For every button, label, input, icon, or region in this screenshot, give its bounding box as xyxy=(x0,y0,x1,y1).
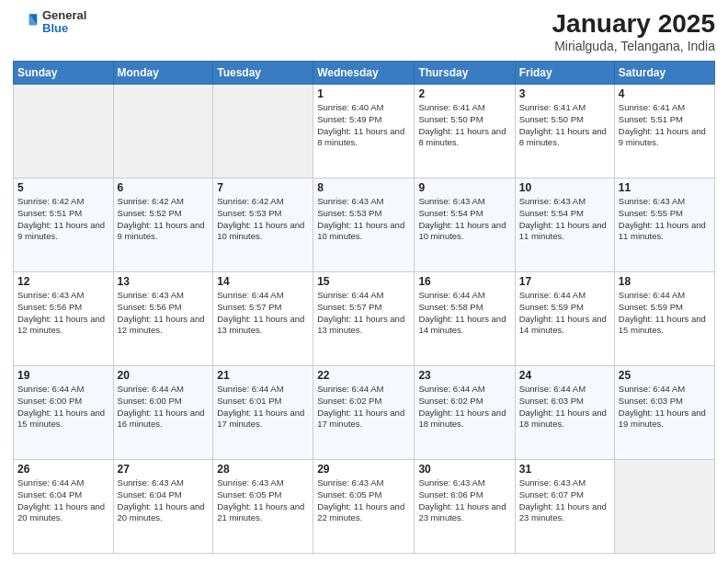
day-number: 21 xyxy=(217,369,309,382)
day-number: 14 xyxy=(217,275,309,288)
calendar-week-row: 19Sunrise: 6:44 AM Sunset: 6:00 PM Dayli… xyxy=(14,366,715,460)
calendar-week-row: 1Sunrise: 6:40 AM Sunset: 5:49 PM Daylig… xyxy=(14,85,715,178)
table-row: 12Sunrise: 6:43 AM Sunset: 5:56 PM Dayli… xyxy=(14,272,114,366)
day-number: 24 xyxy=(519,369,610,382)
day-info: Sunrise: 6:44 AM Sunset: 5:59 PM Dayligh… xyxy=(619,290,711,337)
table-row: 29Sunrise: 6:43 AM Sunset: 6:05 PM Dayli… xyxy=(313,460,415,554)
day-number: 4 xyxy=(619,87,711,100)
table-row: 28Sunrise: 6:43 AM Sunset: 6:05 PM Dayli… xyxy=(213,460,313,554)
day-number: 18 xyxy=(619,275,711,288)
table-row: 6Sunrise: 6:42 AM Sunset: 5:52 PM Daylig… xyxy=(113,178,213,272)
day-info: Sunrise: 6:44 AM Sunset: 6:03 PM Dayligh… xyxy=(519,384,610,431)
logo: General Blue xyxy=(13,9,86,36)
table-row: 21Sunrise: 6:44 AM Sunset: 6:01 PM Dayli… xyxy=(213,366,313,460)
day-number: 25 xyxy=(619,369,711,382)
day-info: Sunrise: 6:40 AM Sunset: 5:49 PM Dayligh… xyxy=(317,102,410,149)
day-number: 1 xyxy=(317,87,410,100)
table-row: 26Sunrise: 6:44 AM Sunset: 6:04 PM Dayli… xyxy=(14,460,114,554)
table-row: 3Sunrise: 6:41 AM Sunset: 5:50 PM Daylig… xyxy=(515,85,614,178)
day-number: 30 xyxy=(418,463,510,476)
day-number: 10 xyxy=(519,181,610,194)
day-number: 19 xyxy=(17,369,109,382)
day-info: Sunrise: 6:44 AM Sunset: 5:57 PM Dayligh… xyxy=(217,290,309,337)
day-info: Sunrise: 6:44 AM Sunset: 6:00 PM Dayligh… xyxy=(118,384,210,431)
day-info: Sunrise: 6:41 AM Sunset: 5:50 PM Dayligh… xyxy=(519,102,610,149)
table-row: 7Sunrise: 6:42 AM Sunset: 5:53 PM Daylig… xyxy=(213,178,313,272)
day-number: 15 xyxy=(317,275,410,288)
table-row xyxy=(113,85,213,178)
day-info: Sunrise: 6:44 AM Sunset: 6:02 PM Dayligh… xyxy=(317,384,410,431)
logo-icon xyxy=(13,9,39,35)
day-number: 6 xyxy=(118,181,210,194)
day-info: Sunrise: 6:44 AM Sunset: 6:03 PM Dayligh… xyxy=(619,384,711,431)
day-number: 13 xyxy=(118,275,210,288)
day-info: Sunrise: 6:42 AM Sunset: 5:52 PM Dayligh… xyxy=(118,196,210,243)
calendar-week-row: 26Sunrise: 6:44 AM Sunset: 6:04 PM Dayli… xyxy=(14,460,715,554)
day-number: 31 xyxy=(519,463,610,476)
day-number: 26 xyxy=(17,463,109,476)
table-row: 14Sunrise: 6:44 AM Sunset: 5:57 PM Dayli… xyxy=(213,272,313,366)
table-row: 9Sunrise: 6:43 AM Sunset: 5:54 PM Daylig… xyxy=(415,178,515,272)
day-number: 27 xyxy=(118,463,210,476)
table-row: 25Sunrise: 6:44 AM Sunset: 6:03 PM Dayli… xyxy=(614,366,714,460)
table-row: 27Sunrise: 6:43 AM Sunset: 6:04 PM Dayli… xyxy=(113,460,213,554)
day-number: 3 xyxy=(519,87,610,100)
table-row: 5Sunrise: 6:42 AM Sunset: 5:51 PM Daylig… xyxy=(14,178,114,272)
day-number: 5 xyxy=(17,181,109,194)
day-number: 17 xyxy=(519,275,610,288)
header-thursday: Thursday xyxy=(415,62,515,85)
day-info: Sunrise: 6:44 AM Sunset: 6:02 PM Dayligh… xyxy=(418,384,510,431)
table-row: 1Sunrise: 6:40 AM Sunset: 5:49 PM Daylig… xyxy=(313,85,415,178)
logo-text: General Blue xyxy=(42,9,86,36)
day-info: Sunrise: 6:41 AM Sunset: 5:50 PM Dayligh… xyxy=(418,102,510,149)
table-row: 24Sunrise: 6:44 AM Sunset: 6:03 PM Dayli… xyxy=(515,366,614,460)
table-row xyxy=(14,85,114,178)
table-row: 2Sunrise: 6:41 AM Sunset: 5:50 PM Daylig… xyxy=(415,85,515,178)
header-wednesday: Wednesday xyxy=(313,62,415,85)
day-info: Sunrise: 6:44 AM Sunset: 5:57 PM Dayligh… xyxy=(317,290,410,337)
table-row: 16Sunrise: 6:44 AM Sunset: 5:58 PM Dayli… xyxy=(415,272,515,366)
calendar-table: Sunday Monday Tuesday Wednesday Thursday… xyxy=(13,61,715,554)
day-number: 9 xyxy=(418,181,510,194)
table-row: 30Sunrise: 6:43 AM Sunset: 6:06 PM Dayli… xyxy=(415,460,515,554)
page: General Blue January 2025 Mirialguda, Te… xyxy=(0,0,728,563)
day-info: Sunrise: 6:44 AM Sunset: 6:00 PM Dayligh… xyxy=(17,384,109,431)
day-number: 29 xyxy=(317,463,410,476)
day-info: Sunrise: 6:44 AM Sunset: 6:01 PM Dayligh… xyxy=(217,384,309,431)
day-info: Sunrise: 6:43 AM Sunset: 5:53 PM Dayligh… xyxy=(317,196,410,243)
day-info: Sunrise: 6:43 AM Sunset: 5:54 PM Dayligh… xyxy=(418,196,510,243)
calendar-subtitle: Mirialguda, Telangana, India xyxy=(552,39,715,53)
day-number: 20 xyxy=(118,369,210,382)
header-saturday: Saturday xyxy=(614,62,714,85)
day-number: 8 xyxy=(317,181,410,194)
table-row: 4Sunrise: 6:41 AM Sunset: 5:51 PM Daylig… xyxy=(614,85,714,178)
day-number: 2 xyxy=(418,87,510,100)
day-info: Sunrise: 6:43 AM Sunset: 5:55 PM Dayligh… xyxy=(619,196,711,243)
header-sunday: Sunday xyxy=(14,62,114,85)
day-number: 22 xyxy=(317,369,410,382)
calendar-title: January 2025 xyxy=(552,9,715,39)
table-row: 18Sunrise: 6:44 AM Sunset: 5:59 PM Dayli… xyxy=(614,272,714,366)
table-row: 11Sunrise: 6:43 AM Sunset: 5:55 PM Dayli… xyxy=(614,178,714,272)
table-row: 13Sunrise: 6:43 AM Sunset: 5:56 PM Dayli… xyxy=(113,272,213,366)
header: General Blue January 2025 Mirialguda, Te… xyxy=(13,9,715,53)
table-row: 17Sunrise: 6:44 AM Sunset: 5:59 PM Dayli… xyxy=(515,272,614,366)
day-info: Sunrise: 6:42 AM Sunset: 5:51 PM Dayligh… xyxy=(17,196,109,243)
header-tuesday: Tuesday xyxy=(213,62,313,85)
day-number: 11 xyxy=(619,181,711,194)
table-row: 19Sunrise: 6:44 AM Sunset: 6:00 PM Dayli… xyxy=(14,366,114,460)
table-row xyxy=(213,85,313,178)
logo-blue: Blue xyxy=(42,22,86,35)
header-monday: Monday xyxy=(113,62,213,85)
weekday-header-row: Sunday Monday Tuesday Wednesday Thursday… xyxy=(14,62,715,85)
day-info: Sunrise: 6:44 AM Sunset: 5:58 PM Dayligh… xyxy=(418,290,510,337)
day-info: Sunrise: 6:43 AM Sunset: 6:04 PM Dayligh… xyxy=(118,477,210,524)
day-info: Sunrise: 6:42 AM Sunset: 5:53 PM Dayligh… xyxy=(217,196,309,243)
day-info: Sunrise: 6:44 AM Sunset: 6:04 PM Dayligh… xyxy=(17,477,109,524)
table-row: 15Sunrise: 6:44 AM Sunset: 5:57 PM Dayli… xyxy=(313,272,415,366)
day-number: 28 xyxy=(217,463,309,476)
header-friday: Friday xyxy=(515,62,614,85)
day-info: Sunrise: 6:41 AM Sunset: 5:51 PM Dayligh… xyxy=(619,102,711,149)
day-number: 7 xyxy=(217,181,309,194)
day-info: Sunrise: 6:43 AM Sunset: 5:56 PM Dayligh… xyxy=(118,290,210,337)
